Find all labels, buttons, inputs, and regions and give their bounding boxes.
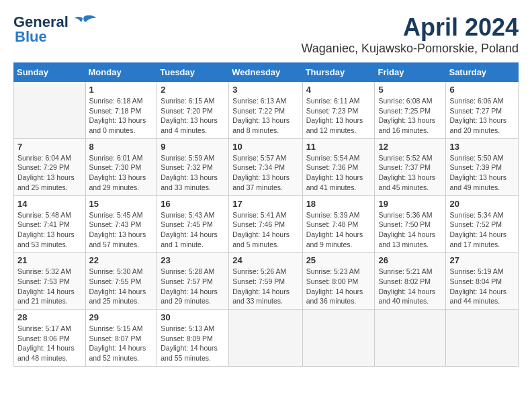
calendar-cell: 26 Sunrise: 5:21 AMSunset: 8:02 PMDaylig… xyxy=(375,253,446,310)
day-number: 22 xyxy=(89,255,154,265)
calendar-cell: 8 Sunrise: 6:01 AMSunset: 7:30 PMDayligh… xyxy=(85,138,157,195)
header: General Blue April 2024 Waganiec, Kujaws… xyxy=(13,13,519,56)
day-info: Sunrise: 5:30 AMSunset: 7:55 PMDaylight:… xyxy=(89,267,154,306)
week-row-2: 7 Sunrise: 6:04 AMSunset: 7:29 PMDayligh… xyxy=(14,138,519,195)
day-number: 14 xyxy=(17,199,82,209)
calendar-cell: 9 Sunrise: 5:59 AMSunset: 7:32 PMDayligh… xyxy=(157,138,229,195)
day-number: 25 xyxy=(306,255,371,265)
day-number: 9 xyxy=(161,142,225,152)
calendar-cell xyxy=(229,310,302,367)
title-section: April 2024 Waganiec, Kujawsko-Pomorskie,… xyxy=(302,13,519,56)
week-row-5: 28 Sunrise: 5:17 AMSunset: 8:06 PMDaylig… xyxy=(14,310,519,367)
day-info: Sunrise: 6:18 AMSunset: 7:18 PMDaylight:… xyxy=(89,96,154,136)
day-number: 6 xyxy=(449,85,515,95)
day-info: Sunrise: 5:41 AMSunset: 7:46 PMDaylight:… xyxy=(232,210,298,250)
calendar-cell: 16 Sunrise: 5:43 AMSunset: 7:45 PMDaylig… xyxy=(157,195,229,253)
calendar-table: SundayMondayTuesdayWednesdayThursdayFrid… xyxy=(13,62,519,367)
calendar-cell: 22 Sunrise: 5:30 AMSunset: 7:55 PMDaylig… xyxy=(85,253,157,310)
day-info: Sunrise: 5:59 AMSunset: 7:32 PMDaylight:… xyxy=(161,153,225,193)
subtitle: Waganiec, Kujawsko-Pomorskie, Poland xyxy=(302,42,519,56)
day-info: Sunrise: 5:17 AMSunset: 8:06 PMDaylight:… xyxy=(17,324,82,363)
calendar-cell: 5 Sunrise: 6:08 AMSunset: 7:25 PMDayligh… xyxy=(375,82,446,139)
calendar-cell: 10 Sunrise: 5:57 AMSunset: 7:34 PMDaylig… xyxy=(229,138,302,195)
day-number: 4 xyxy=(306,85,371,95)
day-number: 11 xyxy=(306,142,371,152)
day-number: 16 xyxy=(161,199,225,209)
day-info: Sunrise: 5:43 AMSunset: 7:45 PMDaylight:… xyxy=(161,210,225,250)
day-number: 30 xyxy=(161,312,225,322)
day-number: 23 xyxy=(161,255,225,265)
calendar-cell: 4 Sunrise: 6:11 AMSunset: 7:23 PMDayligh… xyxy=(302,82,375,139)
calendar-cell xyxy=(14,82,86,139)
day-number: 15 xyxy=(89,199,154,209)
calendar-cell: 23 Sunrise: 5:28 AMSunset: 7:57 PMDaylig… xyxy=(157,253,229,310)
day-number: 7 xyxy=(17,142,82,152)
day-info: Sunrise: 5:19 AMSunset: 8:04 PMDaylight:… xyxy=(449,267,515,306)
day-number: 12 xyxy=(378,142,442,152)
day-number: 19 xyxy=(378,199,442,209)
day-number: 28 xyxy=(17,312,82,322)
calendar-cell xyxy=(375,310,446,367)
day-info: Sunrise: 5:57 AMSunset: 7:34 PMDaylight:… xyxy=(232,153,298,193)
calendar-cell xyxy=(446,310,519,367)
day-number: 24 xyxy=(232,255,298,265)
day-info: Sunrise: 6:15 AMSunset: 7:20 PMDaylight:… xyxy=(161,96,225,136)
day-info: Sunrise: 5:52 AMSunset: 7:37 PMDaylight:… xyxy=(378,153,442,193)
day-number: 29 xyxy=(89,312,154,322)
day-info: Sunrise: 5:48 AMSunset: 7:41 PMDaylight:… xyxy=(17,210,82,250)
logo: General Blue xyxy=(13,13,96,46)
logo-blue-text: Blue xyxy=(13,28,47,46)
day-number: 18 xyxy=(306,199,371,209)
calendar-cell: 17 Sunrise: 5:41 AMSunset: 7:46 PMDaylig… xyxy=(229,195,302,253)
day-info: Sunrise: 5:32 AMSunset: 7:53 PMDaylight:… xyxy=(17,267,82,306)
calendar-cell: 24 Sunrise: 5:26 AMSunset: 7:59 PMDaylig… xyxy=(229,253,302,310)
week-row-4: 21 Sunrise: 5:32 AMSunset: 7:53 PMDaylig… xyxy=(14,253,519,310)
calendar-cell: 12 Sunrise: 5:52 AMSunset: 7:37 PMDaylig… xyxy=(375,138,446,195)
calendar-cell: 29 Sunrise: 5:15 AMSunset: 8:07 PMDaylig… xyxy=(85,310,157,367)
day-number: 26 xyxy=(378,255,442,265)
day-number: 8 xyxy=(89,142,154,152)
day-number: 17 xyxy=(232,199,298,209)
day-info: Sunrise: 5:50 AMSunset: 7:39 PMDaylight:… xyxy=(449,153,515,193)
day-number: 5 xyxy=(378,85,442,95)
day-info: Sunrise: 5:39 AMSunset: 7:48 PMDaylight:… xyxy=(306,210,371,250)
header-tuesday: Tuesday xyxy=(157,63,229,82)
day-number: 27 xyxy=(449,255,515,265)
calendar-cell xyxy=(302,310,375,367)
calendar-cell: 14 Sunrise: 5:48 AMSunset: 7:41 PMDaylig… xyxy=(14,195,86,253)
calendar-cell: 11 Sunrise: 5:54 AMSunset: 7:36 PMDaylig… xyxy=(302,138,375,195)
day-info: Sunrise: 6:01 AMSunset: 7:30 PMDaylight:… xyxy=(89,153,154,193)
calendar-cell: 2 Sunrise: 6:15 AMSunset: 7:20 PMDayligh… xyxy=(157,82,229,139)
day-info: Sunrise: 5:15 AMSunset: 8:07 PMDaylight:… xyxy=(89,324,154,363)
day-info: Sunrise: 5:54 AMSunset: 7:36 PMDaylight:… xyxy=(306,153,371,193)
calendar-cell: 15 Sunrise: 5:45 AMSunset: 7:43 PMDaylig… xyxy=(85,195,157,253)
day-info: Sunrise: 6:13 AMSunset: 7:22 PMDaylight:… xyxy=(232,96,298,136)
calendar-cell: 21 Sunrise: 5:32 AMSunset: 7:53 PMDaylig… xyxy=(14,253,86,310)
calendar-cell: 28 Sunrise: 5:17 AMSunset: 8:06 PMDaylig… xyxy=(14,310,86,367)
day-number: 13 xyxy=(449,142,515,152)
day-info: Sunrise: 5:23 AMSunset: 8:00 PMDaylight:… xyxy=(306,267,371,306)
day-number: 1 xyxy=(89,85,154,95)
day-info: Sunrise: 5:36 AMSunset: 7:50 PMDaylight:… xyxy=(378,210,442,250)
logo-bird-icon xyxy=(72,14,96,30)
day-number: 2 xyxy=(161,85,225,95)
day-info: Sunrise: 5:28 AMSunset: 7:57 PMDaylight:… xyxy=(161,267,225,306)
calendar-cell: 30 Sunrise: 5:13 AMSunset: 8:09 PMDaylig… xyxy=(157,310,229,367)
calendar-header: SundayMondayTuesdayWednesdayThursdayFrid… xyxy=(14,63,519,82)
day-number: 3 xyxy=(232,85,298,95)
day-number: 10 xyxy=(232,142,298,152)
header-monday: Monday xyxy=(85,63,157,82)
calendar-cell: 6 Sunrise: 6:06 AMSunset: 7:27 PMDayligh… xyxy=(446,82,519,139)
calendar-cell: 1 Sunrise: 6:18 AMSunset: 7:18 PMDayligh… xyxy=(85,82,157,139)
week-row-1: 1 Sunrise: 6:18 AMSunset: 7:18 PMDayligh… xyxy=(14,82,519,139)
calendar-cell: 18 Sunrise: 5:39 AMSunset: 7:48 PMDaylig… xyxy=(302,195,375,253)
day-info: Sunrise: 6:08 AMSunset: 7:25 PMDaylight:… xyxy=(378,96,442,136)
calendar-cell: 7 Sunrise: 6:04 AMSunset: 7:29 PMDayligh… xyxy=(14,138,86,195)
day-info: Sunrise: 6:11 AMSunset: 7:23 PMDaylight:… xyxy=(306,96,371,136)
day-info: Sunrise: 5:34 AMSunset: 7:52 PMDaylight:… xyxy=(449,210,515,250)
main-title: April 2024 xyxy=(302,13,519,42)
calendar-cell: 13 Sunrise: 5:50 AMSunset: 7:39 PMDaylig… xyxy=(446,138,519,195)
header-saturday: Saturday xyxy=(446,63,519,82)
header-thursday: Thursday xyxy=(302,63,375,82)
week-row-3: 14 Sunrise: 5:48 AMSunset: 7:41 PMDaylig… xyxy=(14,195,519,253)
